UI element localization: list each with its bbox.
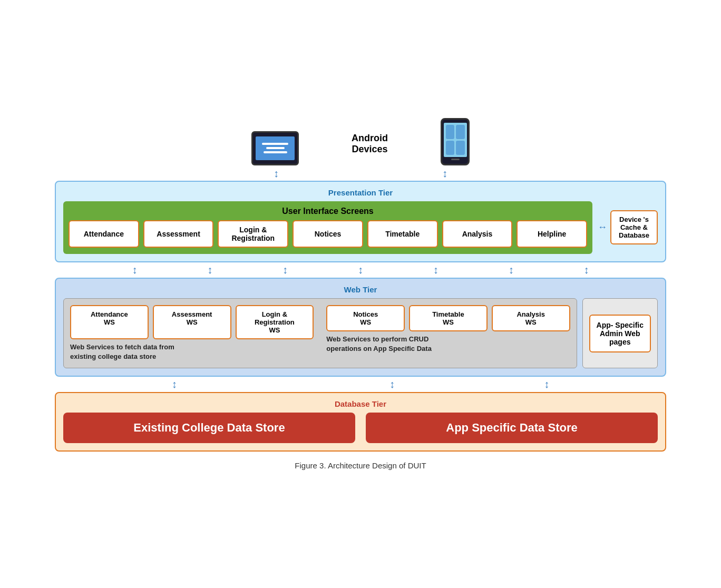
ws-left-desc: Web Services to fetch data fromexisting … [70, 342, 314, 361]
arrows-web-db: ↕ ↕ ↕ [55, 377, 666, 392]
ws-items-right: NoticesWS TimetableWS AnalysisWS [326, 305, 570, 331]
db-store-app: App Specific Data Store [366, 413, 658, 443]
android-devices-label: Android Devices [352, 133, 388, 155]
arrow-web-db-3: ↕ [544, 378, 549, 390]
arrow-tablet-pt: ↕ [274, 168, 279, 180]
arrow-cache-horizontal: ↔ [598, 222, 607, 233]
arrow-pt-web-4: ↕ [358, 264, 363, 276]
phone-device [441, 118, 470, 165]
ws-section-left: AttendanceWS AssessmentWS Login &Registr… [70, 305, 314, 361]
presentation-tier-label: Presentation Tier [63, 188, 658, 197]
ws-right-desc: Web Services to perform CRUDoperations o… [326, 335, 570, 354]
tablet-device [251, 131, 299, 165]
web-services-main: AttendanceWS AssessmentWS Login &Registr… [63, 298, 577, 368]
ws-timetable: TimetableWS [409, 305, 488, 331]
page-container: Android Devices ↕ ↕ Presentation Tier [44, 107, 677, 481]
arrow-phone-pt: ↕ [442, 168, 447, 180]
db-tier-label: Database Tier [63, 399, 658, 408]
arrows-pt-web: ↕ ↕ ↕ ↕ ↕ ↕ ↕ [55, 262, 666, 278]
arrow-web-db-2: ↕ [389, 378, 395, 390]
web-tier-label: Web Tier [63, 285, 658, 294]
screen-assessment: Assessment [143, 220, 214, 248]
ui-screens-items: Attendance Assessment Login &Registratio… [69, 220, 587, 248]
devices-row: Android Devices [55, 118, 666, 165]
screen-helpline: Helpline [517, 220, 587, 248]
database-tier: Database Tier Existing College Data Stor… [55, 392, 666, 452]
admin-box-inner: App- SpecificAdmin Webpages [589, 315, 651, 352]
ui-screens-box: User Interface Screens Attendance Assess… [63, 201, 592, 254]
device-cache-area: ↔ Device 'sCache &Database [598, 210, 658, 244]
screen-notices: Notices [293, 220, 363, 248]
arrow-pt-web-7: ↕ [583, 264, 589, 276]
device-cache-box: Device 'sCache &Database [610, 210, 658, 244]
web-tier: Web Tier AttendanceWS AssessmentWS Login… [55, 278, 666, 377]
ws-assessment: AssessmentWS [153, 305, 231, 339]
arrow-pt-web-6: ↕ [509, 264, 514, 276]
ws-notices: NoticesWS [326, 305, 405, 331]
arrow-pt-web-3: ↕ [282, 264, 288, 276]
screen-analysis: Analysis [442, 220, 513, 248]
db-store-existing: Existing College Data Store [63, 413, 355, 443]
arrow-pt-web-2: ↕ [207, 264, 212, 276]
ui-screens-title: User Interface Screens [69, 207, 587, 216]
ws-section-right: NoticesWS TimetableWS AnalysisWS Web Ser… [326, 305, 570, 361]
ws-section: AttendanceWS AssessmentWS Login &Registr… [70, 305, 570, 361]
ws-analysis: AnalysisWS [492, 305, 570, 331]
figure-caption: Figure 3. Architecture Design of DUIT [55, 461, 666, 470]
ws-login-registration: Login &RegistrationWS [236, 305, 314, 339]
db-stores: Existing College Data Store App Specific… [63, 413, 658, 443]
admin-box: App- SpecificAdmin Webpages [582, 298, 658, 368]
arrow-pt-web-1: ↕ [132, 264, 137, 276]
screen-login-registration: Login &Registration [218, 220, 288, 248]
presentation-tier: Presentation Tier User Interface Screens… [55, 181, 666, 262]
ws-attendance: AttendanceWS [70, 305, 149, 339]
arrow-web-db-1: ↕ [172, 378, 177, 390]
screen-attendance: Attendance [69, 220, 139, 248]
ws-items-left: AttendanceWS AssessmentWS Login &Registr… [70, 305, 314, 339]
arrow-pt-web-5: ↕ [433, 264, 439, 276]
screen-timetable: Timetable [367, 220, 438, 248]
